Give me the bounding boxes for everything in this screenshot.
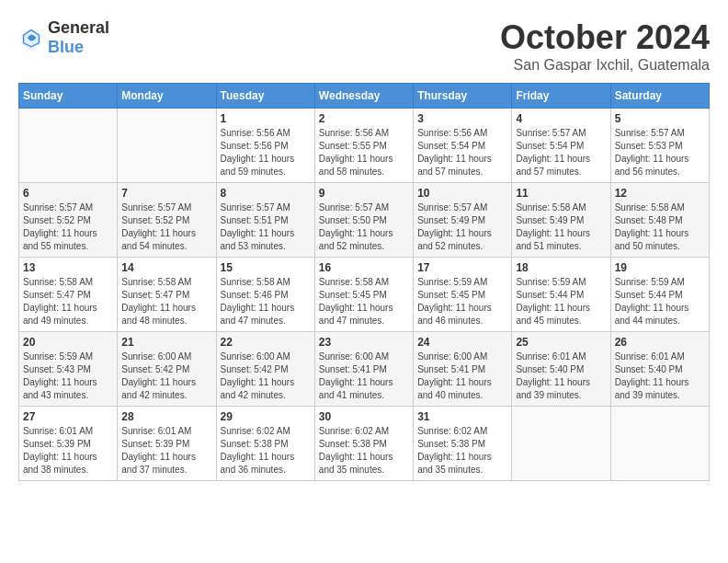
calendar-week-5: 27Sunrise: 6:01 AMSunset: 5:39 PMDayligh… <box>19 407 710 481</box>
day-info: Sunrise: 5:58 AMSunset: 5:45 PMDaylight:… <box>319 276 409 327</box>
day-number: 16 <box>319 261 409 274</box>
day-number: 23 <box>319 336 409 349</box>
day-info: Sunrise: 5:56 AMSunset: 5:56 PMDaylight:… <box>221 127 311 178</box>
calendar-week-2: 6Sunrise: 5:57 AMSunset: 5:52 PMDaylight… <box>19 183 710 258</box>
day-info: Sunrise: 5:57 AMSunset: 5:52 PMDaylight:… <box>121 201 211 253</box>
day-info: Sunrise: 5:57 AMSunset: 5:51 PMDaylight:… <box>221 201 311 253</box>
day-number: 12 <box>615 187 705 200</box>
day-number: 29 <box>221 410 311 423</box>
day-info: Sunrise: 6:02 AMSunset: 5:38 PMDaylight:… <box>319 425 409 477</box>
calendar-cell: 19Sunrise: 5:59 AMSunset: 5:44 PMDayligh… <box>610 258 709 332</box>
calendar-cell: 26Sunrise: 6:01 AMSunset: 5:40 PMDayligh… <box>610 332 709 407</box>
weekday-header-saturday: Saturday <box>610 84 709 109</box>
day-info: Sunrise: 6:00 AMSunset: 5:42 PMDaylight:… <box>121 350 211 402</box>
day-number: 13 <box>23 261 113 274</box>
day-info: Sunrise: 5:57 AMSunset: 5:52 PMDaylight:… <box>23 201 113 253</box>
weekday-header-monday: Monday <box>118 84 216 109</box>
calendar-cell: 16Sunrise: 5:58 AMSunset: 5:45 PMDayligh… <box>314 258 413 332</box>
day-info: Sunrise: 5:56 AMSunset: 5:54 PMDaylight:… <box>417 127 507 178</box>
day-number: 11 <box>516 187 606 200</box>
day-number: 14 <box>121 261 211 274</box>
day-info: Sunrise: 6:01 AMSunset: 5:39 PMDaylight:… <box>23 425 113 477</box>
calendar-cell <box>19 109 118 183</box>
day-info: Sunrise: 5:57 AMSunset: 5:49 PMDaylight:… <box>417 201 507 253</box>
calendar-cell: 23Sunrise: 6:00 AMSunset: 5:41 PMDayligh… <box>314 332 413 407</box>
day-info: Sunrise: 6:02 AMSunset: 5:38 PMDaylight:… <box>417 425 507 477</box>
day-number: 27 <box>23 410 113 423</box>
calendar-cell: 2Sunrise: 5:56 AMSunset: 5:55 PMDaylight… <box>314 109 413 183</box>
calendar-cell <box>610 407 709 481</box>
weekday-header-tuesday: Tuesday <box>216 84 314 109</box>
day-number: 30 <box>319 410 409 423</box>
calendar-cell: 8Sunrise: 5:57 AMSunset: 5:51 PMDaylight… <box>216 183 314 258</box>
day-info: Sunrise: 5:59 AMSunset: 5:45 PMDaylight:… <box>417 276 507 327</box>
day-info: Sunrise: 6:01 AMSunset: 5:40 PMDaylight:… <box>516 350 606 402</box>
day-number: 15 <box>221 261 311 274</box>
weekday-header-wednesday: Wednesday <box>314 84 413 109</box>
day-number: 6 <box>23 187 113 200</box>
location: San Gaspar Ixchil, Guatemala <box>500 57 710 74</box>
day-info: Sunrise: 5:57 AMSunset: 5:54 PMDaylight:… <box>516 127 606 178</box>
calendar-cell: 13Sunrise: 5:58 AMSunset: 5:47 PMDayligh… <box>19 258 118 332</box>
weekday-header-friday: Friday <box>512 84 610 109</box>
calendar-cell: 4Sunrise: 5:57 AMSunset: 5:54 PMDaylight… <box>512 109 610 183</box>
day-info: Sunrise: 5:58 AMSunset: 5:48 PMDaylight:… <box>615 201 705 253</box>
day-info: Sunrise: 6:00 AMSunset: 5:41 PMDaylight:… <box>417 350 507 402</box>
day-info: Sunrise: 6:01 AMSunset: 5:40 PMDaylight:… <box>615 350 705 402</box>
calendar-cell: 31Sunrise: 6:02 AMSunset: 5:38 PMDayligh… <box>414 407 512 481</box>
calendar-cell <box>512 407 610 481</box>
page-header: General Blue October 2024 San Gaspar Ixc… <box>18 18 710 74</box>
calendar-week-3: 13Sunrise: 5:58 AMSunset: 5:47 PMDayligh… <box>19 258 710 332</box>
logo-text: General Blue <box>48 18 109 57</box>
day-info: Sunrise: 6:01 AMSunset: 5:39 PMDaylight:… <box>121 425 211 477</box>
calendar-table: SundayMondayTuesdayWednesdayThursdayFrid… <box>18 83 710 481</box>
day-number: 20 <box>23 336 113 349</box>
day-number: 7 <box>121 187 211 200</box>
title-block: October 2024 San Gaspar Ixchil, Guatemal… <box>500 18 710 74</box>
day-number: 21 <box>121 336 211 349</box>
day-number: 22 <box>221 336 311 349</box>
weekday-header-thursday: Thursday <box>414 84 512 109</box>
calendar-cell: 3Sunrise: 5:56 AMSunset: 5:54 PMDaylight… <box>414 109 512 183</box>
calendar-cell: 30Sunrise: 6:02 AMSunset: 5:38 PMDayligh… <box>314 407 413 481</box>
calendar-cell <box>118 109 216 183</box>
day-info: Sunrise: 5:57 AMSunset: 5:50 PMDaylight:… <box>319 201 409 253</box>
day-number: 28 <box>121 410 211 423</box>
day-info: Sunrise: 5:58 AMSunset: 5:47 PMDaylight:… <box>23 276 113 327</box>
calendar-cell: 6Sunrise: 5:57 AMSunset: 5:52 PMDaylight… <box>19 183 118 258</box>
calendar-cell: 5Sunrise: 5:57 AMSunset: 5:53 PMDaylight… <box>610 109 709 183</box>
day-info: Sunrise: 5:58 AMSunset: 5:46 PMDaylight:… <box>221 276 311 327</box>
day-info: Sunrise: 6:02 AMSunset: 5:38 PMDaylight:… <box>221 425 311 477</box>
calendar-week-1: 1Sunrise: 5:56 AMSunset: 5:56 PMDaylight… <box>19 109 710 183</box>
day-info: Sunrise: 5:59 AMSunset: 5:43 PMDaylight:… <box>23 350 113 402</box>
calendar-cell: 7Sunrise: 5:57 AMSunset: 5:52 PMDaylight… <box>118 183 216 258</box>
day-number: 19 <box>615 261 705 274</box>
day-info: Sunrise: 5:58 AMSunset: 5:47 PMDaylight:… <box>121 276 211 327</box>
calendar-cell: 25Sunrise: 6:01 AMSunset: 5:40 PMDayligh… <box>512 332 610 407</box>
day-number: 31 <box>417 410 507 423</box>
weekday-header-row: SundayMondayTuesdayWednesdayThursdayFrid… <box>19 84 710 109</box>
calendar-cell: 10Sunrise: 5:57 AMSunset: 5:49 PMDayligh… <box>414 183 512 258</box>
calendar-cell: 14Sunrise: 5:58 AMSunset: 5:47 PMDayligh… <box>118 258 216 332</box>
day-number: 26 <box>615 336 705 349</box>
day-info: Sunrise: 5:57 AMSunset: 5:53 PMDaylight:… <box>615 127 705 178</box>
weekday-header-sunday: Sunday <box>19 84 118 109</box>
calendar-cell: 24Sunrise: 6:00 AMSunset: 5:41 PMDayligh… <box>414 332 512 407</box>
calendar-cell: 12Sunrise: 5:58 AMSunset: 5:48 PMDayligh… <box>610 183 709 258</box>
calendar-cell: 1Sunrise: 5:56 AMSunset: 5:56 PMDaylight… <box>216 109 314 183</box>
day-number: 17 <box>417 261 507 274</box>
calendar-cell: 9Sunrise: 5:57 AMSunset: 5:50 PMDaylight… <box>314 183 413 258</box>
logo-icon <box>18 25 44 51</box>
day-number: 18 <box>516 261 606 274</box>
day-info: Sunrise: 6:00 AMSunset: 5:42 PMDaylight:… <box>221 350 311 402</box>
calendar-cell: 18Sunrise: 5:59 AMSunset: 5:44 PMDayligh… <box>512 258 610 332</box>
day-number: 10 <box>417 187 507 200</box>
day-number: 25 <box>516 336 606 349</box>
day-info: Sunrise: 5:56 AMSunset: 5:55 PMDaylight:… <box>319 127 409 178</box>
calendar-cell: 27Sunrise: 6:01 AMSunset: 5:39 PMDayligh… <box>19 407 118 481</box>
logo-blue: Blue <box>48 38 109 57</box>
day-number: 24 <box>417 336 507 349</box>
day-info: Sunrise: 5:59 AMSunset: 5:44 PMDaylight:… <box>516 276 606 327</box>
day-number: 9 <box>319 187 409 200</box>
month-title: October 2024 <box>500 18 710 57</box>
